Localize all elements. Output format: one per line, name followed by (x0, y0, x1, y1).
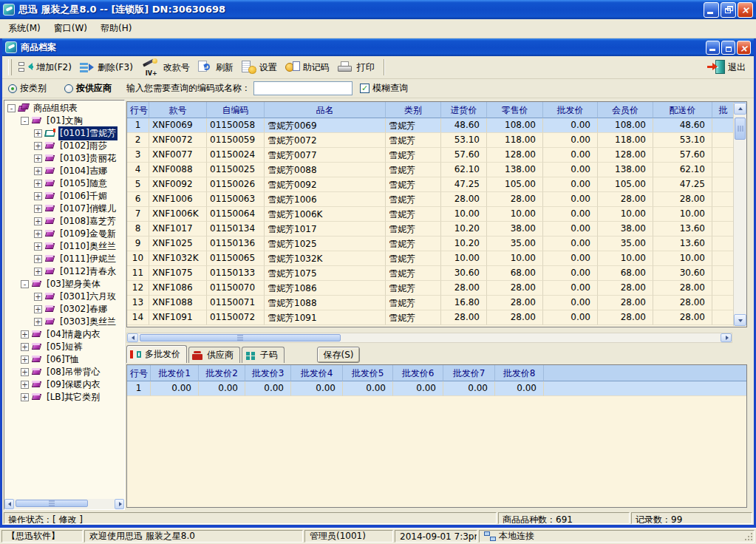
cell[interactable]: 2 (127, 133, 149, 148)
cell[interactable]: 128.00 (598, 148, 653, 163)
expand-icon[interactable]: + (34, 305, 42, 313)
expand-icon[interactable]: + (34, 230, 42, 238)
tree-item[interactable]: +[0102]雨莎 (4, 140, 124, 152)
cell[interactable]: 118.00 (598, 133, 653, 148)
tree-item[interactable]: +[09]保暖内衣 (4, 378, 124, 391)
cell[interactable]: 0.00 (543, 192, 598, 207)
minimize-button[interactable] (704, 2, 719, 18)
cell[interactable]: 10.00 (441, 207, 487, 222)
tab-multi-wholesale-price[interactable]: 多批发价 (126, 345, 187, 363)
scroll-thumb[interactable] (16, 500, 88, 507)
close-button[interactable]: × (738, 2, 753, 18)
cell[interactable]: 01150134 (207, 222, 265, 237)
cell[interactable]: 雪妮芳0092 (265, 177, 386, 192)
cell[interactable] (712, 310, 735, 325)
cell[interactable]: XNF0072 (149, 133, 207, 148)
cell[interactable]: 8 (127, 222, 149, 237)
cell[interactable]: 28.00 (653, 281, 712, 296)
cell[interactable]: 0.00 (543, 251, 598, 266)
cell[interactable]: 0.00 (543, 237, 598, 251)
tree-item-label[interactable]: [LB]其它类别 (45, 390, 101, 404)
table-row[interactable]: 14XNF109101150072雪妮芳1091雪妮芳28.0028.000.0… (127, 310, 746, 325)
cell[interactable]: 108.00 (487, 118, 543, 133)
column-header[interactable]: 批发价8 (495, 365, 544, 381)
tree-item[interactable]: +[0107]俏蝶儿 (4, 203, 124, 215)
expand-icon[interactable]: + (34, 180, 42, 188)
save-button[interactable]: 保存(S) (317, 347, 360, 363)
cell[interactable]: 01150026 (207, 177, 265, 192)
cell[interactable]: 10.00 (441, 251, 487, 266)
tree-item[interactable]: -[01]文胸 (4, 115, 124, 127)
cell[interactable]: 10.20 (441, 222, 487, 237)
cell[interactable] (712, 296, 735, 310)
cell[interactable]: 47.25 (653, 177, 712, 192)
cell[interactable]: 68.00 (487, 266, 543, 281)
table-row[interactable]: 3XNF007701150024雪妮芳0077雪妮芳57.60128.000.0… (127, 148, 746, 163)
scroll-thumb[interactable] (735, 118, 746, 140)
cell[interactable]: 68.00 (598, 266, 653, 281)
expand-icon[interactable]: + (34, 205, 42, 213)
exit-button[interactable]: 退出 (704, 58, 751, 78)
expand-icon[interactable]: + (21, 343, 29, 351)
cell[interactable]: 雪妮芳 (386, 281, 441, 296)
table-row[interactable]: 4XNF008801150025雪妮芳0088雪妮芳62.10138.000.0… (127, 163, 746, 177)
cell[interactable]: 01150070 (207, 281, 265, 296)
expand-icon[interactable]: + (21, 330, 29, 339)
menu-help[interactable]: 帮助(H) (94, 21, 138, 36)
cell[interactable]: 28.00 (653, 296, 712, 310)
table-row[interactable]: 12XNF108601150070雪妮芳1086雪妮芳28.0028.000.0… (127, 281, 746, 296)
tree-item[interactable]: +[0103]贵丽花 (4, 152, 124, 165)
tree-item[interactable]: +[0106]千媚 (4, 190, 124, 203)
cell[interactable] (712, 207, 735, 222)
expand-icon[interactable]: + (34, 293, 42, 301)
cell[interactable]: 雪妮芳1017 (265, 222, 386, 237)
expand-icon[interactable]: + (34, 192, 42, 200)
cell[interactable]: 01150064 (207, 207, 265, 222)
table-row[interactable]: 10.000.000.000.000.000.000.000.00 (127, 381, 746, 396)
cell[interactable] (712, 163, 735, 177)
cell[interactable]: 10 (127, 251, 149, 266)
cell[interactable]: 01150063 (207, 192, 265, 207)
cell[interactable]: XNF1075 (149, 266, 207, 281)
cell[interactable]: 雪妮芳 (386, 133, 441, 148)
table-row[interactable]: 13XNF108801150071雪妮芳1088雪妮芳16.8028.000.0… (127, 296, 746, 310)
cell[interactable]: 3 (127, 148, 149, 163)
expand-icon[interactable]: + (21, 356, 29, 364)
tree-item[interactable]: +[0303]奥丝兰 (4, 316, 124, 328)
expand-icon[interactable]: + (34, 268, 42, 276)
cell[interactable]: 雪妮芳 (386, 207, 441, 222)
cell[interactable]: 雪妮芳0069 (265, 118, 386, 133)
cell[interactable]: 10.00 (598, 207, 653, 222)
cell[interactable]: 53.10 (653, 133, 712, 148)
cell[interactable]: 雪妮芳1025 (265, 237, 386, 251)
table-row[interactable]: 11XNF107501150133雪妮芳1075雪妮芳30.6068.000.0… (127, 266, 746, 281)
cell[interactable]: 35.00 (487, 237, 543, 251)
restore-button[interactable] (721, 2, 736, 18)
tree-item[interactable]: +[05]短裤 (4, 341, 124, 353)
scroll-thumb[interactable] (140, 334, 341, 341)
cell[interactable]: 13.60 (653, 222, 712, 237)
cell[interactable]: 0.00 (543, 177, 598, 192)
cell[interactable]: 雪妮芳 (386, 296, 441, 310)
column-header[interactable]: 批发价3 (245, 365, 291, 381)
cell[interactable]: 105.00 (487, 177, 543, 192)
column-header[interactable]: 行号 (127, 365, 151, 381)
cell[interactable] (712, 222, 735, 237)
cell[interactable]: 5 (127, 177, 149, 192)
cell[interactable]: 10.00 (653, 251, 712, 266)
delete-button[interactable]: 删除(F3) (77, 58, 138, 78)
tree-item[interactable]: -商品组织表 (4, 102, 124, 115)
cell[interactable]: 0.00 (199, 381, 245, 396)
cell[interactable]: 0.00 (543, 118, 598, 133)
cell[interactable]: 16.80 (441, 296, 487, 310)
cell[interactable]: 10.00 (653, 207, 712, 222)
cell[interactable]: XNF0077 (149, 148, 207, 163)
cell[interactable]: 53.10 (441, 133, 487, 148)
scroll-right-button[interactable] (721, 333, 732, 342)
cell[interactable]: 108.00 (598, 118, 653, 133)
settings-button[interactable]: 设置 (239, 58, 282, 78)
fuzzy-query-checkbox[interactable]: ✓ (360, 84, 370, 93)
cell[interactable]: 雪妮芳1091 (265, 310, 386, 325)
cell[interactable]: 12 (127, 281, 149, 296)
cell[interactable]: 0.00 (291, 381, 343, 396)
